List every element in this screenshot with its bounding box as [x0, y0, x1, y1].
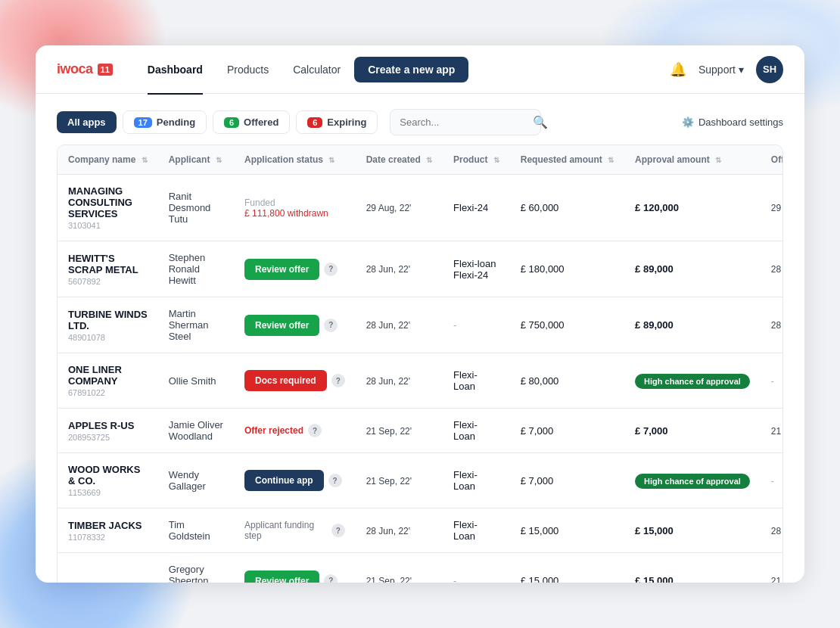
approval-amount: £ 7,000: [635, 425, 667, 437]
date-created: 29 Aug, 22': [366, 203, 412, 213]
table-row: Gregory Sheerton Glennswood Review offer…: [58, 553, 783, 583]
avatar[interactable]: SH: [756, 56, 783, 83]
info-icon[interactable]: ?: [324, 574, 338, 583]
col-product: Product ⇅: [443, 145, 510, 175]
date-created: 21 Sep, 22': [366, 426, 412, 437]
requested-amount: £ 60,000: [521, 202, 559, 213]
info-icon[interactable]: ?: [308, 424, 322, 437]
product-label: Flexi-Loan: [453, 419, 499, 442]
nav-calculator[interactable]: Calculator: [282, 58, 351, 82]
info-icon[interactable]: ?: [328, 474, 342, 487]
nav-right: 🔔 Support ▾ SH: [670, 56, 783, 83]
review-offer-button[interactable]: Review offer: [244, 570, 319, 583]
create-new-app-button[interactable]: Create a new app: [354, 57, 468, 82]
company-id: 11078332: [68, 533, 148, 542]
docs-required-button[interactable]: Docs required: [244, 370, 327, 391]
company-id: 67891022: [68, 388, 148, 397]
company-name: TURBINE WINDS LTD.: [68, 309, 148, 331]
col-status: Application status ⇅: [234, 145, 356, 175]
table-row: WOOD WORKS & CO. 1153669 Wendy Gallager …: [58, 453, 783, 508]
requested-amount: £ 750,000: [521, 319, 565, 331]
company-id: 3103041: [68, 221, 148, 230]
status-cell: Review offer ?: [244, 259, 345, 280]
expiring-badge: 6: [307, 117, 322, 128]
offered-label: Offered: [244, 117, 278, 128]
company-name: ONE LINER COMPANY: [68, 364, 148, 387]
review-offer-button[interactable]: Review offer: [244, 315, 319, 336]
expiring-label: Expiring: [327, 117, 366, 128]
expiry-date: 21 Sep, 22': [771, 576, 783, 583]
applications-table: Company name ⇅ Applicant ⇅ Application s…: [57, 145, 783, 583]
table-row: TURBINE WINDS LTD. 48901078 Martin Sherm…: [58, 297, 783, 353]
offered-filter[interactable]: 6 Offered: [213, 110, 290, 134]
requested-amount: £ 7,000: [521, 425, 553, 437]
offer-rejected: Offer rejected: [244, 425, 303, 436]
expiry-date: -: [771, 376, 774, 387]
review-offer-button[interactable]: Review offer: [244, 259, 319, 280]
nav-products[interactable]: Products: [216, 58, 279, 82]
status-cell: Applicant funding step ?: [244, 520, 345, 541]
table-row: TIMBER JACKS 11078332 Tim Goldstein Appl…: [58, 508, 783, 553]
expiring-filter[interactable]: 6 Expiring: [296, 110, 378, 134]
expiry-date: 28 Jun, 22': [771, 320, 783, 331]
sort-icon-requested[interactable]: ⇅: [608, 156, 614, 164]
info-icon[interactable]: ?: [331, 524, 345, 537]
approval-amount: £ 120,000: [635, 202, 679, 213]
table-row: HEWITT'S SCRAP METAL 5607892 Stephen Ron…: [58, 241, 783, 297]
product-label: Flexi-Loan: [453, 519, 499, 542]
status-funded: Funded £ 111,800 withdrawn: [244, 197, 345, 219]
approval-badge: High chance of approval: [635, 374, 750, 389]
sort-icon-company[interactable]: ⇅: [142, 156, 148, 164]
table-row: ONE LINER COMPANY 67891022 Ollie Smith D…: [58, 353, 783, 409]
date-created: 28 Jun, 22': [366, 526, 410, 536]
col-date: Date created ⇅: [356, 145, 443, 175]
date-created: 28 Jun, 22': [366, 320, 410, 331]
product-label: Flexi-24: [453, 269, 499, 281]
applicant-name: Ranit Desmond Tutu: [169, 191, 211, 225]
status-cell: Review offer ?: [244, 315, 345, 336]
sort-icon-date[interactable]: ⇅: [426, 156, 432, 164]
logo: iwoca 11: [57, 61, 113, 77]
company-name: HEWITT'S SCRAP METAL: [68, 253, 148, 275]
all-apps-filter[interactable]: All apps: [57, 111, 117, 133]
bell-icon[interactable]: 🔔: [670, 61, 686, 78]
sort-icon-status[interactable]: ⇅: [328, 156, 334, 164]
pending-label: Pending: [157, 117, 195, 128]
info-icon[interactable]: ?: [331, 374, 345, 387]
date-created: 21 Sep, 22': [366, 576, 412, 583]
approval-amount: £ 89,000: [635, 319, 674, 331]
offered-badge: 6: [224, 117, 239, 128]
nav-dashboard[interactable]: Dashboard: [137, 58, 213, 82]
info-icon[interactable]: ?: [324, 319, 338, 332]
expiry-date: 28 Jun, 22': [771, 526, 783, 536]
col-approval: Approval amount ⇅: [624, 145, 761, 175]
sort-icon-applicant[interactable]: ⇅: [216, 156, 222, 164]
status-cell: Offer rejected ?: [244, 424, 345, 437]
product-label: -: [453, 575, 499, 583]
continue-app-button[interactable]: Continue app: [244, 470, 324, 491]
support-button[interactable]: Support ▾: [698, 64, 744, 76]
filter-bar: All apps 17 Pending 6 Offered 6 Expiring…: [57, 109, 783, 135]
approval-amount: £ 89,000: [635, 263, 674, 275]
col-expiry: Offer expiry date ⇅: [761, 145, 783, 175]
sort-icon-approval[interactable]: ⇅: [715, 156, 721, 164]
product-label: Flexi-Loan: [453, 369, 499, 392]
expiry-date: 29 Aug, 22': [771, 203, 783, 213]
logo-icon: 11: [98, 64, 113, 76]
col-requested: Requested amount ⇅: [510, 145, 624, 175]
content-area: All apps 17 Pending 6 Offered 6 Expiring…: [36, 94, 804, 583]
sort-icon-product[interactable]: ⇅: [493, 156, 499, 164]
dashboard-settings[interactable]: ⚙️ Dashboard settings: [682, 117, 783, 128]
expiry-date: -: [771, 476, 774, 487]
info-icon[interactable]: ?: [324, 263, 338, 276]
product-label: Flexi-loan: [453, 258, 499, 269]
pending-filter[interactable]: 17 Pending: [123, 110, 207, 134]
company-id: 5607892: [68, 277, 148, 286]
company-id: 48901078: [68, 333, 148, 342]
company-id: 208953725: [68, 433, 148, 442]
col-company: Company name ⇅: [58, 145, 158, 175]
navbar: iwoca 11 Dashboard Products Calculator C…: [36, 45, 804, 94]
applicant-name: Tim Goldstein: [169, 519, 210, 542]
company-name: APPLES R-US: [68, 420, 148, 431]
search-input[interactable]: [400, 117, 527, 128]
